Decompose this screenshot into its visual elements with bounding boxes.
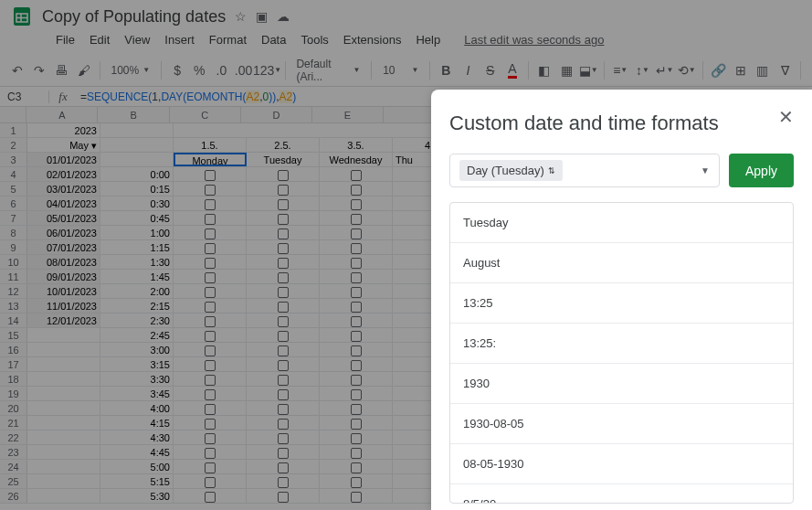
format-token[interactable]: Day (Tuesday)⇅: [459, 160, 563, 181]
format-option[interactable]: 08-05-1930: [450, 444, 793, 484]
format-option[interactable]: 1930-08-05: [450, 404, 793, 444]
chevron-down-icon[interactable]: ▼: [701, 165, 710, 175]
custom-format-modal: ✕ Custom date and time formats Day (Tues…: [431, 90, 812, 510]
format-list[interactable]: TuesdayAugust13:2513:25:19301930-08-0508…: [449, 202, 794, 504]
apply-button[interactable]: Apply: [729, 154, 794, 187]
format-option[interactable]: 13:25: [450, 283, 793, 324]
format-option[interactable]: August: [450, 243, 793, 283]
close-icon[interactable]: ✕: [778, 106, 794, 128]
format-option[interactable]: 8/5/30: [450, 484, 793, 504]
chevron-updown-icon: ⇅: [548, 166, 555, 175]
format-input[interactable]: Day (Tuesday)⇅ ▼: [449, 154, 720, 187]
modal-title: Custom date and time formats: [449, 112, 794, 135]
format-option[interactable]: 1930: [450, 364, 793, 404]
format-option[interactable]: Tuesday: [450, 203, 793, 243]
format-option[interactable]: 13:25:: [450, 324, 793, 364]
